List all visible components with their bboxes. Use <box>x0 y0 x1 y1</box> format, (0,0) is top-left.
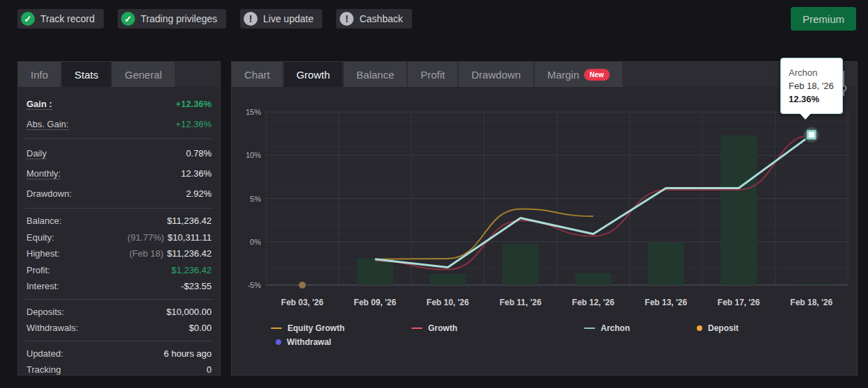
bar-feb-10-26[interactable] <box>429 274 466 285</box>
exclamation-circle-icon: ! <box>340 12 354 26</box>
legend-item-archon[interactable]: Archon <box>584 323 630 333</box>
x-tick-label: Feb 10, '26 <box>427 298 469 307</box>
tooltip-date: Feb 18, '26 <box>789 81 835 91</box>
tab-label: General <box>125 69 161 81</box>
tooltip-series-name: Archon <box>789 67 835 78</box>
legend-swatch <box>271 328 282 329</box>
point-deposit[interactable] <box>299 282 306 289</box>
stat-row-tracking: Tracking0 <box>26 362 212 378</box>
stat-value-muted: (91.77%) <box>127 232 164 243</box>
legend-label: Withdrawal <box>287 337 331 347</box>
bar-feb-09-26[interactable] <box>357 258 393 285</box>
stat-value: $0.00 <box>189 323 212 333</box>
legend-label: Archon <box>601 323 630 333</box>
stat-label: Profit: <box>26 265 50 275</box>
stat-row-equity: Equity:(91.77%)$10,311.11 <box>26 229 212 246</box>
stat-label: Balance: <box>26 216 62 226</box>
stat-label[interactable]: Abs. Gain: <box>26 119 69 130</box>
stat-value: $10,000.00 <box>166 307 212 317</box>
chart-tooltip: Archon Feb 18, '26 12.36% <box>780 58 843 114</box>
stat-row-withdrawals: Withdrawals:$0.00 <box>26 320 212 337</box>
legend-swatch <box>584 328 595 329</box>
x-tick-label: Feb 18, '26 <box>790 298 833 307</box>
tab-stats[interactable]: Stats <box>62 62 111 87</box>
stat-value: +12.36% <box>175 99 212 109</box>
x-tick-label: Feb 03, '26 <box>281 298 324 307</box>
x-tick-label: Feb 09, '26 <box>354 298 396 307</box>
stat-label[interactable]: Monthly: <box>26 168 61 179</box>
tab-label: Stats <box>74 69 98 81</box>
stat-label[interactable]: Gain : <box>26 99 52 110</box>
stat-row-balance: Balance:$11,236.42 <box>26 213 212 229</box>
badge-label: Track record <box>40 13 95 24</box>
stat-label: Drawdown: <box>26 188 72 199</box>
tooltip-value: 12.36% <box>789 94 835 104</box>
x-tick-label: Feb 12, '26 <box>572 298 615 307</box>
stat-row-updated: Updated:6 hours ago <box>26 346 212 362</box>
stat-row-drawdown: Drawdown:2.92% <box>26 184 212 204</box>
stat-value: 2.92% <box>186 188 212 199</box>
stat-label: Highest: <box>26 248 60 259</box>
stats-panel: InfoStatsGeneral Gain :+12.36%Abs. Gain:… <box>17 61 221 375</box>
badge-trading-privileges[interactable]: ✓Trading privileges <box>118 9 226 29</box>
stat-value: +12.36% <box>175 119 212 129</box>
stat-row-interest: Interest:-$23.55 <box>26 278 212 295</box>
badge-track-record[interactable]: ✓Track record <box>17 9 104 29</box>
stat-row-highest: Highest:(Feb 18)$11,236.42 <box>26 245 212 262</box>
stat-label[interactable]: Daily <box>26 148 47 159</box>
legend-swatch <box>411 328 423 329</box>
stats-list: Gain :+12.36%Abs. Gain:+12.36%Daily0.78%… <box>18 87 220 378</box>
tab-general[interactable]: General <box>112 62 174 87</box>
badge-live-update[interactable]: !Live update <box>240 9 322 29</box>
badge-label: Trading privileges <box>141 13 217 24</box>
stat-row-monthly: Monthly:12.36% <box>26 163 212 184</box>
stat-row-daily: Daily0.78% <box>26 143 212 163</box>
legend-label: Equity Growth <box>287 323 345 333</box>
y-tick-label: 0% <box>250 238 261 246</box>
badge-label: Live update <box>263 13 313 24</box>
stat-label: Equity: <box>26 232 54 243</box>
check-circle-icon: ✓ <box>121 12 135 26</box>
stat-value: (91.77%)$10,311.11 <box>127 232 212 243</box>
stat-value: 0.78% <box>186 148 212 159</box>
stat-row-abs-gain: Abs. Gain:+12.36% <box>26 114 212 134</box>
stat-row-profit: Profit:$1,236.42 <box>26 262 212 279</box>
stat-row-deposits: Deposits:$10,000.00 <box>26 304 212 321</box>
premium-button[interactable]: Premium <box>791 7 856 31</box>
section-divider <box>25 299 213 300</box>
bar-feb-12-26[interactable] <box>575 273 611 285</box>
bar-feb-17-26[interactable] <box>720 136 757 285</box>
check-circle-icon: ✓ <box>21 12 35 26</box>
trading-dashboard: { "topbar": { "badges": [ { "label": "Tr… <box>0 0 868 388</box>
stat-value: (Feb 18)$11,236.42 <box>129 248 212 259</box>
status-badges-bar: ✓Track record✓Trading privileges!Live up… <box>17 9 412 29</box>
badge-cashback[interactable]: !Cashback <box>336 9 411 29</box>
y-tick-label: 5% <box>250 195 261 203</box>
stat-label: Withdrawals: <box>26 323 78 333</box>
legend-item-withdrawal[interactable]: Withdrawal <box>276 337 331 347</box>
stat-value: $1,236.42 <box>171 265 212 275</box>
bar-feb-11-26[interactable] <box>503 244 539 285</box>
legend-item-deposit[interactable]: Deposit <box>697 323 739 333</box>
stat-label: Updated: <box>26 348 63 359</box>
tab-info[interactable]: Info <box>18 62 61 87</box>
legend-swatch <box>697 325 702 331</box>
highlight-marker[interactable] <box>807 131 815 138</box>
badge-label: Cashback <box>359 13 402 24</box>
section-divider <box>25 341 213 341</box>
x-tick-label: Feb 13, '26 <box>645 298 687 307</box>
stat-label: Interest: <box>26 281 59 291</box>
bar-feb-13-26[interactable] <box>648 243 684 285</box>
stat-value: 12.36% <box>181 168 212 179</box>
exclamation-circle-icon: ! <box>244 12 258 26</box>
x-tick-label: Feb 11, '26 <box>500 298 542 307</box>
stat-value: 6 hours ago <box>164 348 212 359</box>
stat-value: $11,236.42 <box>167 216 212 226</box>
legend-item-equity-growth[interactable]: Equity Growth <box>271 323 345 333</box>
chart-panel: ChartGrowthBalanceProfitDrawdownMarginNe… <box>231 61 858 375</box>
section-divider <box>25 138 213 139</box>
bar-feb-18-26[interactable] <box>794 284 830 285</box>
legend-item-growth[interactable]: Growth <box>411 323 457 333</box>
stat-row-gain: Gain :+12.36% <box>26 94 212 114</box>
y-tick-label: 10% <box>246 151 261 159</box>
